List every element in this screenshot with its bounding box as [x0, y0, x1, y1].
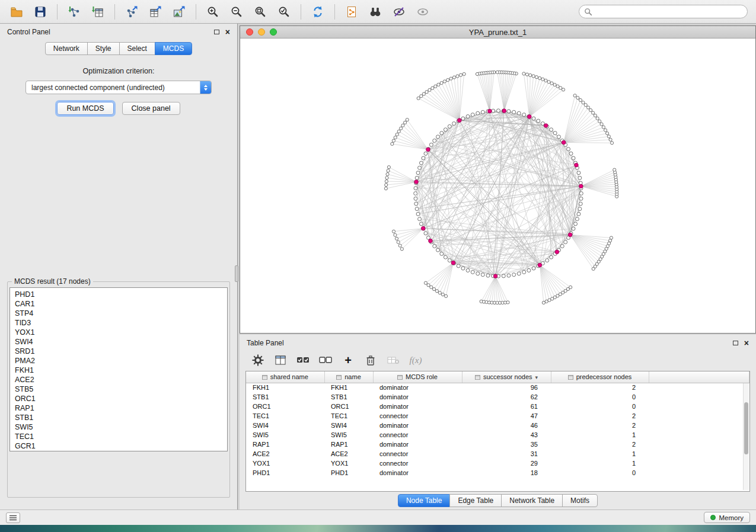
close-panel-icon[interactable]: × — [225, 29, 230, 35]
close-panel-icon[interactable]: × — [744, 340, 749, 346]
task-history-button[interactable] — [6, 512, 20, 523]
column-header-predecessor-nodes[interactable]: predecessor nodes — [551, 371, 649, 383]
table-row-TEC1[interactable]: TEC1TEC1connector472 — [246, 411, 749, 421]
table-row-PHD1[interactable]: PHD1PHD1dominator180 — [246, 468, 749, 477]
table-cell[interactable]: dominator — [373, 392, 462, 402]
table-cell[interactable]: 31 — [462, 449, 551, 459]
hide-graphics-details-button[interactable] — [388, 2, 410, 21]
table-cell[interactable]: 2 — [551, 411, 649, 421]
column-header-name[interactable]: name — [324, 371, 373, 383]
table-row-STB1[interactable]: STB1STB1dominator620 — [246, 392, 749, 402]
zoom-fit-button[interactable] — [250, 2, 271, 21]
table-cell[interactable]: 0 — [551, 402, 649, 411]
tab-motifs[interactable]: Motifs — [562, 494, 598, 507]
select-all-rows-button[interactable] — [294, 352, 312, 368]
function-builder-button[interactable]: f(x) — [407, 352, 425, 368]
show-columns-button[interactable] — [272, 352, 289, 368]
table-cell[interactable]: 35 — [462, 440, 551, 449]
mcds-result-item[interactable]: PHD1 — [10, 290, 227, 299]
table-cell[interactable]: PHD1 — [324, 468, 373, 477]
import-table-button[interactable] — [87, 2, 109, 21]
import-network-button[interactable] — [63, 2, 85, 21]
deselect-all-rows-button[interactable] — [317, 352, 334, 368]
table-cell[interactable]: dominator — [373, 383, 462, 392]
table-row-FKH1[interactable]: FKH1FKH1dominator962 — [246, 383, 749, 392]
share-document-button[interactable] — [341, 2, 362, 21]
tab-edge-table[interactable]: Edge Table — [449, 494, 502, 507]
table-cell[interactable]: ACE2 — [246, 449, 324, 459]
table-cell[interactable]: YOX1 — [246, 459, 324, 468]
table-row-YOX1[interactable]: YOX1YOX1connector291 — [246, 459, 749, 468]
table-cell[interactable] — [649, 430, 749, 440]
table-cell[interactable] — [649, 421, 749, 430]
table-cell[interactable]: 0 — [551, 392, 649, 402]
table-cell[interactable]: 18 — [462, 468, 551, 477]
tab-mcds[interactable]: MCDS — [155, 42, 192, 55]
minimize-window-icon[interactable] — [258, 28, 265, 36]
mcds-result-item[interactable]: CAR1 — [10, 299, 227, 309]
run-mcds-button[interactable]: Run MCDS — [57, 102, 113, 115]
tab-node-table[interactable]: Node Table — [398, 494, 451, 507]
table-cell[interactable] — [649, 383, 749, 392]
table-cell[interactable]: RAP1 — [246, 440, 324, 449]
table-scrollbar[interactable] — [743, 383, 749, 490]
delete-table-button-disabled[interactable] — [384, 352, 402, 368]
float-panel-icon[interactable] — [733, 341, 738, 345]
table-cell[interactable]: STB1 — [324, 392, 373, 402]
tab-select[interactable]: Select — [119, 42, 155, 55]
table-row-ORC1[interactable]: ORC1ORC1dominator610 — [246, 402, 749, 411]
mcds-result-item[interactable]: STB5 — [10, 384, 227, 394]
tab-network-table[interactable]: Network Table — [501, 494, 563, 507]
mcds-result-item[interactable]: TEC1 — [10, 432, 227, 441]
table-cell[interactable]: 0 — [551, 468, 649, 477]
table-row-SWI5[interactable]: SWI5SWI5connector431 — [246, 430, 749, 440]
criterion-dropdown[interactable]: largest connected component (undirected) — [25, 81, 212, 94]
table-row-SWI4[interactable]: SWI4SWI4dominator462 — [246, 421, 749, 430]
search-box[interactable] — [579, 5, 748, 18]
table-cell[interactable]: 43 — [462, 430, 551, 440]
zoom-in-button[interactable] — [202, 2, 224, 21]
table-cell[interactable]: 96 — [462, 383, 551, 392]
table-cell[interactable]: connector — [373, 459, 462, 468]
close-panel-button[interactable]: Close panel — [122, 102, 180, 115]
table-cell[interactable]: YOX1 — [324, 459, 373, 468]
table-cell[interactable] — [649, 402, 749, 411]
table-cell[interactable]: PHD1 — [246, 468, 324, 477]
close-window-icon[interactable] — [246, 28, 253, 36]
table-cell[interactable]: RAP1 — [324, 440, 373, 449]
refresh-view-button[interactable] — [307, 2, 328, 21]
table-cell[interactable]: TEC1 — [324, 411, 373, 421]
table-cell[interactable] — [649, 411, 749, 421]
panel-splitter-handle[interactable] — [235, 265, 238, 282]
table-cell[interactable]: ORC1 — [324, 402, 373, 411]
table-cell[interactable]: SWI4 — [246, 421, 324, 430]
tab-network[interactable]: Network — [45, 42, 88, 55]
show-graphics-details-button[interactable] — [412, 2, 433, 21]
column-header-MCDS-role[interactable]: MCDS role — [373, 371, 462, 383]
table-cell[interactable]: 47 — [462, 411, 551, 421]
mcds-result-item[interactable]: RAP1 — [10, 403, 227, 413]
table-cell[interactable]: TEC1 — [246, 411, 324, 421]
zoom-out-button[interactable] — [226, 2, 247, 21]
export-network-button[interactable] — [121, 2, 142, 21]
search-input[interactable] — [595, 8, 742, 16]
table-cell[interactable]: dominator — [373, 402, 462, 411]
table-settings-button[interactable] — [249, 352, 267, 368]
mcds-result-item[interactable]: ACE2 — [10, 375, 227, 384]
table-cell[interactable]: FKH1 — [246, 383, 324, 392]
export-image-button[interactable] — [168, 2, 190, 21]
zoom-selected-button[interactable] — [273, 2, 295, 21]
mcds-result-item[interactable]: PMA2 — [10, 356, 227, 366]
mcds-result-item[interactable]: SWI5 — [10, 422, 227, 432]
find-button[interactable] — [365, 2, 386, 21]
table-cell[interactable]: ACE2 — [324, 449, 373, 459]
table-cell[interactable]: STB1 — [246, 392, 324, 402]
mcds-result-item[interactable]: ORC1 — [10, 394, 227, 403]
table-cell[interactable]: 61 — [462, 402, 551, 411]
create-column-button[interactable]: + — [339, 352, 357, 368]
mcds-result-item[interactable]: SRD1 — [10, 347, 227, 356]
table-cell[interactable]: 46 — [462, 421, 551, 430]
mcds-result-item[interactable]: TID3 — [10, 318, 227, 328]
table-cell[interactable]: connector — [373, 430, 462, 440]
network-canvas[interactable] — [240, 39, 755, 333]
